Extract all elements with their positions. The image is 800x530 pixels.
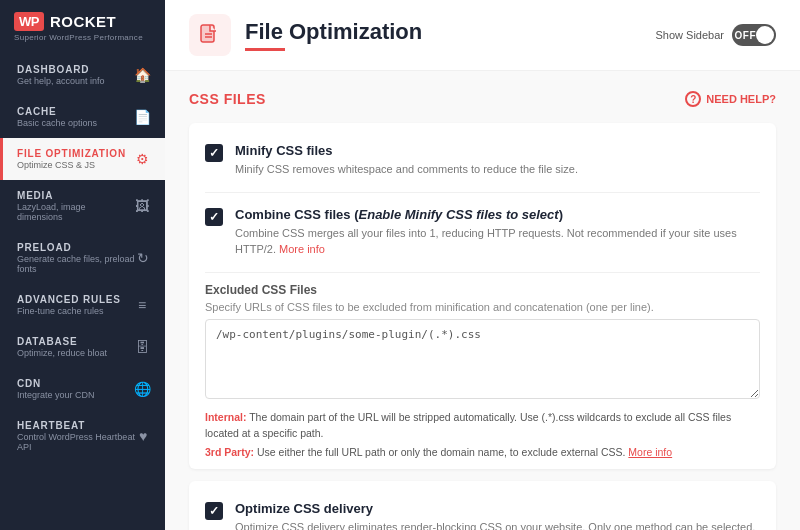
sidebar-sublabel-advanced-rules: Fine-tune cache rules (17, 306, 121, 316)
sidebar-label-advanced-rules: ADVANCED RULES (17, 294, 121, 305)
file-optimization-icon (198, 23, 222, 47)
hint-internal: Internal: The domain part of the URL wil… (205, 409, 760, 443)
page-title-block: File Optimization (245, 19, 422, 51)
sidebar-item-heartbeat[interactable]: HEARTBEAT Control WordPress Heartbeat AP… (0, 410, 165, 462)
sidebar-item-dashboard[interactable]: DASHBOARD Get help, account info 🏠 (0, 54, 165, 96)
sidebar-icon-cdn: 🌐 (133, 381, 151, 397)
combine-css-option: ✓ Combine CSS files (Enable Minify CSS f… (205, 193, 760, 273)
sidebar-sublabel-database: Optimize, reduce bloat (17, 348, 107, 358)
css-files-section-header: CSS Files ? NEED HELP? (189, 91, 776, 107)
minify-css-checkbox-wrap[interactable]: ✓ (205, 144, 223, 162)
excluded-css-section: Excluded CSS Files Specify URLs of CSS f… (205, 283, 760, 461)
sidebar-toggle-switch[interactable]: OFF (732, 24, 776, 46)
sidebar-sublabel-preload: Generate cache files, preload fonts (17, 254, 136, 274)
sidebar-icon-file-optimization: ⚙ (133, 151, 151, 167)
sidebar-sublabel-file-optimization: Optimize CSS & JS (17, 160, 126, 170)
combine-css-title: Combine CSS files (Enable Minify CSS fil… (235, 207, 760, 222)
main-content-area: File Optimization Show Sidebar OFF CSS F… (165, 0, 800, 530)
logo-sub: Superior WordPress Performance (14, 33, 151, 42)
sidebar-label-media: MEDIA (17, 190, 133, 201)
optimize-css-content: Optimize CSS delivery Optimize CSS deliv… (235, 501, 760, 530)
logo-wp: WP (14, 12, 44, 31)
toggle-off-label: OFF (735, 30, 757, 41)
sidebar-item-advanced-rules[interactable]: ADVANCED RULES Fine-tune cache rules ≡ (0, 284, 165, 326)
optimize-css-checkbox-wrap[interactable]: ✓ (205, 502, 223, 520)
sidebar-icon-dashboard: 🏠 (133, 67, 151, 83)
page-icon-box (189, 14, 231, 56)
sidebar-item-media[interactable]: MEDIA LazyLoad, image dimensions 🖼 (0, 180, 165, 232)
sidebar-icon-cache: 📄 (133, 109, 151, 125)
checkmark-icon-3: ✓ (209, 505, 219, 517)
logo-rocket-text: ROCKET (50, 13, 116, 30)
sidebar-item-preload[interactable]: PRELOAD Generate cache files, preload fo… (0, 232, 165, 284)
combine-css-checkbox[interactable]: ✓ (205, 208, 223, 226)
sidebar-item-file-optimization[interactable]: FILE OPTIMIZATION Optimize CSS & JS ⚙ (0, 138, 165, 180)
sidebar: WP ROCKET Superior WordPress Performance… (0, 0, 165, 530)
minify-css-desc: Minify CSS removes whitespace and commen… (235, 161, 760, 178)
sidebar-label-cache: CACHE (17, 106, 97, 117)
optimize-css-checkbox[interactable]: ✓ (205, 502, 223, 520)
toggle-knob (756, 26, 774, 44)
hint-internal-text: The domain part of the URL will be strip… (205, 411, 731, 440)
sidebar-label-dashboard: DASHBOARD (17, 64, 105, 75)
minify-css-card: ✓ Minify CSS files Minify CSS removes wh… (189, 123, 776, 469)
checkmark-icon: ✓ (209, 147, 219, 159)
excluded-css-sublabel: Specify URLs of CSS files to be excluded… (205, 301, 760, 313)
sidebar-icon-heartbeat: ♥ (135, 428, 151, 444)
main-scroll-area: CSS Files ? NEED HELP? ✓ Minify CSS file… (165, 71, 800, 530)
sidebar-icon-media: 🖼 (133, 198, 151, 214)
sidebar-label-database: DATABASE (17, 336, 107, 347)
optimize-css-desc: Optimize CSS delivery eliminates render-… (235, 519, 760, 530)
minify-css-option: ✓ Minify CSS files Minify CSS removes wh… (205, 129, 760, 193)
sidebar-toggle-label: Show Sidebar (656, 29, 725, 41)
optimize-css-card: ✓ Optimize CSS delivery Optimize CSS del… (189, 481, 776, 530)
css-files-title: CSS Files (189, 91, 266, 107)
sidebar-sublabel-cache: Basic cache options (17, 118, 97, 128)
sidebar-nav: DASHBOARD Get help, account info 🏠 CACHE… (0, 54, 165, 530)
sidebar-label-preload: PRELOAD (17, 242, 136, 253)
sidebar-item-cdn[interactable]: CDN Integrate your CDN 🌐 (0, 368, 165, 410)
sidebar-label-file-optimization: FILE OPTIMIZATION (17, 148, 126, 159)
help-icon: ? (685, 91, 701, 107)
hint-3rdparty-text: Use either the full URL path or only the… (257, 446, 628, 458)
sidebar-sublabel-media: LazyLoad, image dimensions (17, 202, 133, 222)
main-header: File Optimization Show Sidebar OFF (165, 0, 800, 71)
need-help-link[interactable]: ? NEED HELP? (685, 91, 776, 107)
checkmark-icon-2: ✓ (209, 211, 219, 223)
optimize-css-option: ✓ Optimize CSS delivery Optimize CSS del… (205, 487, 760, 530)
hint-3rdparty-bold: 3rd Party: (205, 446, 254, 458)
page-title-underline (245, 48, 285, 51)
page-title: File Optimization (245, 19, 422, 45)
hint-3rdparty-link[interactable]: More info (628, 446, 672, 458)
sidebar-label-cdn: CDN (17, 378, 95, 389)
sidebar-toggle-area: Show Sidebar OFF (656, 24, 777, 46)
combine-css-content: Combine CSS files (Enable Minify CSS fil… (235, 207, 760, 258)
minify-css-title: Minify CSS files (235, 143, 760, 158)
sidebar-label-heartbeat: HEARTBEAT (17, 420, 135, 431)
combine-css-more-info[interactable]: More info (279, 243, 325, 255)
minify-css-checkbox[interactable]: ✓ (205, 144, 223, 162)
sidebar-sublabel-cdn: Integrate your CDN (17, 390, 95, 400)
minify-css-content: Minify CSS files Minify CSS removes whit… (235, 143, 760, 178)
sidebar-item-database[interactable]: DATABASE Optimize, reduce bloat 🗄 (0, 326, 165, 368)
sidebar-icon-preload: ↻ (136, 250, 151, 266)
sidebar-logo: WP ROCKET Superior WordPress Performance (0, 0, 165, 54)
need-help-label: NEED HELP? (706, 93, 776, 105)
sidebar-sublabel-dashboard: Get help, account info (17, 76, 105, 86)
excluded-css-label: Excluded CSS Files (205, 283, 760, 297)
optimize-css-title: Optimize CSS delivery (235, 501, 760, 516)
sidebar-icon-advanced-rules: ≡ (133, 297, 151, 313)
page-title-area: File Optimization (189, 14, 422, 56)
hint-internal-bold: Internal: (205, 411, 246, 423)
hint-3rdparty: 3rd Party: Use either the full URL path … (205, 444, 760, 461)
sidebar-item-cache[interactable]: CACHE Basic cache options 📄 (0, 96, 165, 138)
sidebar-sublabel-heartbeat: Control WordPress Heartbeat API (17, 432, 135, 452)
combine-css-checkbox-wrap[interactable]: ✓ (205, 208, 223, 226)
combine-css-desc: Combine CSS merges all your files into 1… (235, 225, 760, 258)
excluded-css-hints: Internal: The domain part of the URL wil… (205, 409, 760, 461)
sidebar-icon-database: 🗄 (133, 339, 151, 355)
excluded-css-textarea[interactable]: /wp-content/plugins/some-plugin/(.*).css (205, 319, 760, 399)
